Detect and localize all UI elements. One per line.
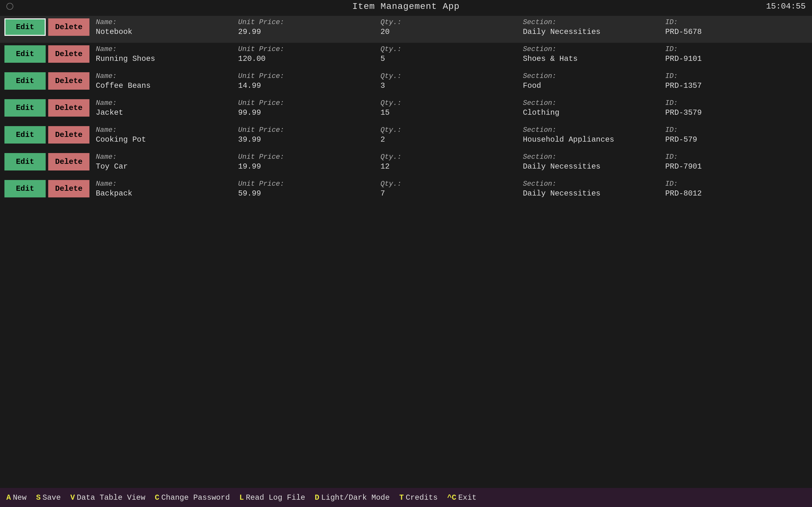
delete-button[interactable]: Delete xyxy=(48,126,90,144)
name-value: Backpack xyxy=(96,189,238,198)
section-value: Clothing xyxy=(523,108,665,117)
id-value: PRD-8012 xyxy=(665,189,808,198)
qty-label: Qty.: xyxy=(380,45,523,53)
bottom-bar-key: S xyxy=(36,493,41,502)
id-label: ID: xyxy=(665,45,808,53)
edit-button[interactable]: Edit xyxy=(4,72,46,90)
name-field-group: Name:Cooking Pot xyxy=(96,126,238,144)
qty-label: Qty.: xyxy=(380,18,523,26)
id-label: ID: xyxy=(665,99,808,107)
bottom-bar-item[interactable]: DLight/Dark Mode xyxy=(315,493,390,502)
name-field-group: Name:Running Shoes xyxy=(96,45,238,63)
qty-field-group: Qty.:2 xyxy=(380,126,523,144)
bottom-bar-item[interactable]: VData Table View xyxy=(70,493,145,502)
id-label: ID: xyxy=(665,72,808,80)
delete-button[interactable]: Delete xyxy=(48,153,90,170)
app-title: Item Management App xyxy=(352,2,460,11)
bottom-bar-item[interactable]: ANew xyxy=(6,493,27,502)
edit-button[interactable]: Edit xyxy=(4,153,46,170)
section-value: Food xyxy=(523,81,665,90)
bottom-bar-key: T xyxy=(399,493,404,502)
edit-button[interactable]: Edit xyxy=(4,126,46,144)
title-bar: Item Management App 15:04:55 xyxy=(0,0,812,13)
section-value: Shoes & Hats xyxy=(523,55,665,63)
bottom-bar-label: Light/Dark Mode xyxy=(321,493,390,502)
qty-label: Qty.: xyxy=(380,126,523,134)
clock: 15:04:55 xyxy=(766,2,806,11)
bottom-bar-key: D xyxy=(315,493,319,502)
id-value: PRD-7901 xyxy=(665,162,808,171)
qty-field-group: Qty.:15 xyxy=(380,99,523,117)
bottom-bar-key: C xyxy=(155,493,159,502)
delete-button[interactable]: Delete xyxy=(48,99,90,117)
id-label: ID: xyxy=(665,180,808,188)
bottom-bar-item[interactable]: SSave xyxy=(36,493,61,502)
bottom-bar-label: Change Password xyxy=(161,493,230,502)
qty-field-group: Qty.:7 xyxy=(380,180,523,198)
price-label: Unit Price: xyxy=(238,99,380,107)
section-field-group: Section:Household Appliances xyxy=(523,126,665,144)
price-value: 19.99 xyxy=(238,162,380,171)
name-label: Name: xyxy=(96,72,238,80)
name-label: Name: xyxy=(96,153,238,161)
id-field-group: ID:PRD-3579 xyxy=(665,99,808,117)
name-value: Toy Car xyxy=(96,162,238,171)
price-label: Unit Price: xyxy=(238,126,380,134)
id-value: PRD-5678 xyxy=(665,27,808,36)
name-field-group: Name:Toy Car xyxy=(96,153,238,171)
bottom-bar-item[interactable]: TCredits xyxy=(399,493,438,502)
edit-button[interactable]: Edit xyxy=(4,99,46,117)
section-field-group: Section:Shoes & Hats xyxy=(523,45,665,63)
edit-button[interactable]: Edit xyxy=(4,18,46,36)
delete-button[interactable]: Delete xyxy=(48,18,90,36)
bottom-bar-item[interactable]: CChange Password xyxy=(155,493,230,502)
price-value: 120.00 xyxy=(238,55,380,63)
section-label: Section: xyxy=(523,72,665,80)
id-field-group: ID:PRD-7901 xyxy=(665,153,808,171)
name-field-group: Name:Notebook xyxy=(96,18,238,36)
name-field-group: Name:Jacket xyxy=(96,99,238,117)
id-label: ID: xyxy=(665,18,808,26)
price-label: Unit Price: xyxy=(238,153,380,161)
delete-button[interactable]: Delete xyxy=(48,180,90,198)
price-value: 39.99 xyxy=(238,135,380,144)
price-field-group: Unit Price:19.99 xyxy=(238,153,380,171)
item-row: EditDeleteName:Cooking PotUnit Price:39.… xyxy=(0,124,812,151)
qty-value: 15 xyxy=(380,108,523,117)
bottom-bar-item[interactable]: ^CExit xyxy=(447,493,476,502)
item-row: EditDeleteName:NotebookUnit Price:29.99Q… xyxy=(0,16,812,43)
id-label: ID: xyxy=(665,126,808,134)
bottom-bar-label: New xyxy=(13,493,26,502)
items-list: EditDeleteName:NotebookUnit Price:29.99Q… xyxy=(0,13,812,208)
item-fields: Name:JacketUnit Price:99.99Qty.:15Sectio… xyxy=(96,99,808,117)
qty-field-group: Qty.:20 xyxy=(380,18,523,36)
id-value: PRD-3579 xyxy=(665,108,808,117)
price-value: 99.99 xyxy=(238,108,380,117)
name-field-group: Name:Coffee Beans xyxy=(96,72,238,90)
item-fields: Name:Running ShoesUnit Price:120.00Qty.:… xyxy=(96,45,808,63)
id-value: PRD-9101 xyxy=(665,55,808,63)
qty-label: Qty.: xyxy=(380,153,523,161)
qty-label: Qty.: xyxy=(380,180,523,188)
price-label: Unit Price: xyxy=(238,45,380,53)
qty-value: 5 xyxy=(380,55,523,63)
id-value: PRD-1357 xyxy=(665,81,808,90)
delete-button[interactable]: Delete xyxy=(48,72,90,90)
id-field-group: ID:PRD-8012 xyxy=(665,180,808,198)
section-field-group: Section:Daily Necessities xyxy=(523,153,665,171)
item-fields: Name:Cooking PotUnit Price:39.99Qty.:2Se… xyxy=(96,126,808,144)
bottom-bar-item[interactable]: LRead Log File xyxy=(240,493,305,502)
window-circle xyxy=(6,3,13,10)
delete-button[interactable]: Delete xyxy=(48,45,90,63)
price-label: Unit Price: xyxy=(238,180,380,188)
edit-button[interactable]: Edit xyxy=(4,180,46,198)
edit-button[interactable]: Edit xyxy=(4,45,46,63)
section-field-group: Section:Daily Necessities xyxy=(523,180,665,198)
id-field-group: ID:PRD-9101 xyxy=(665,45,808,63)
item-fields: Name:BackpackUnit Price:59.99Qty.:7Secti… xyxy=(96,180,808,198)
name-label: Name: xyxy=(96,45,238,53)
name-value: Coffee Beans xyxy=(96,81,238,90)
qty-value: 7 xyxy=(380,189,523,198)
price-field-group: Unit Price:29.99 xyxy=(238,18,380,36)
price-field-group: Unit Price:39.99 xyxy=(238,126,380,144)
